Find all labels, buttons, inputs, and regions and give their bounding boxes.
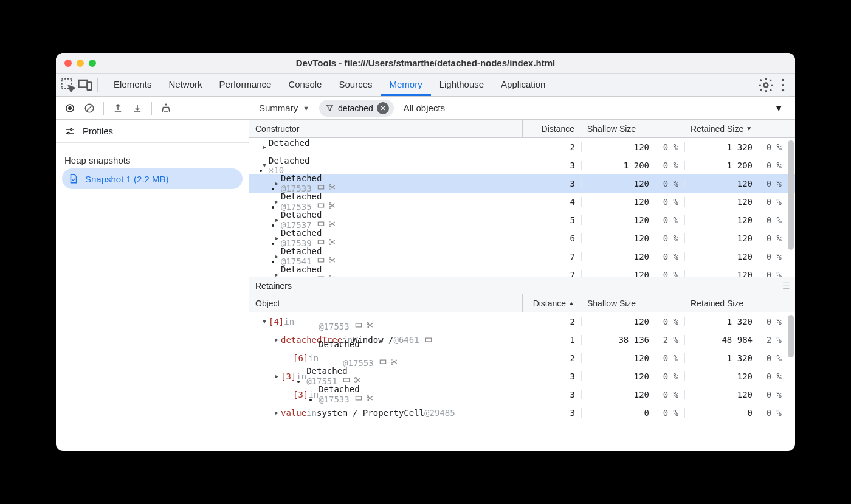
scrollbar-thumb[interactable] xyxy=(788,315,794,357)
more-icon[interactable] xyxy=(774,74,791,97)
col-constructor[interactable]: Constructor xyxy=(249,120,523,137)
node-action-icons[interactable] xyxy=(379,357,398,366)
tab-lighthouse[interactable]: Lighthouse xyxy=(431,74,492,96)
constructor-row[interactable]: ▶Detached @1753751200 %1200 % xyxy=(249,211,795,229)
drag-handle-icon[interactable]: ☰ xyxy=(782,281,789,291)
node-action-icons[interactable] xyxy=(317,238,336,246)
svg-point-25 xyxy=(329,258,331,260)
node-action-icons[interactable] xyxy=(317,183,336,192)
chevron-down-icon[interactable]: ▼ xyxy=(774,103,783,113)
svg-point-38 xyxy=(391,359,393,361)
node-action-icons[interactable] xyxy=(354,321,374,330)
svg-point-3 xyxy=(764,83,768,87)
tab-sources[interactable]: Sources xyxy=(330,74,381,96)
node-action-icons[interactable] xyxy=(317,256,336,264)
disclosure-icon[interactable]: ▶ xyxy=(260,143,269,150)
svg-rect-18 xyxy=(318,222,323,226)
retainer-row[interactable]: ▶[3] in Detached @1755131200 %1200 % xyxy=(249,367,795,385)
retainer-row[interactable]: [6] in Detached @1755321200 %1 3200 % xyxy=(249,349,795,367)
scope-dropdown[interactable]: All objects xyxy=(400,103,449,113)
clear-button[interactable] xyxy=(80,99,98,117)
window-titlebar: DevTools - file:///Users/stmarthe/detach… xyxy=(56,53,795,74)
svg-point-44 xyxy=(367,396,368,398)
svg-rect-1 xyxy=(79,80,88,87)
settings-icon[interactable] xyxy=(757,74,774,97)
export-button[interactable] xyxy=(109,99,127,117)
sort-asc-icon: ▲ xyxy=(568,300,574,306)
col-distance[interactable]: Distance xyxy=(523,120,581,137)
svg-point-28 xyxy=(329,276,331,277)
heap-snapshots-section: Heap snapshots xyxy=(56,143,249,166)
col-object[interactable]: Object xyxy=(249,294,523,312)
profiles-label: Profiles xyxy=(83,126,113,136)
constructor-row[interactable]: ▶Detached @1753961200 %1200 % xyxy=(249,229,795,247)
svg-point-34 xyxy=(367,323,368,325)
constructor-row[interactable]: ▶Detached @1753541200 %1200 % xyxy=(249,193,795,211)
constructors-grid: Constructor Distance Shallow Size Retain… xyxy=(249,120,795,277)
retainer-row[interactable]: [3] in Detached @1753331200 %1200 % xyxy=(249,385,795,404)
class-filter[interactable]: detached ✕ xyxy=(319,100,394,117)
tab-network[interactable]: Network xyxy=(160,74,211,96)
tab-performance[interactable]: Performance xyxy=(211,74,280,96)
snapshot-icon xyxy=(68,173,79,184)
retainer-row[interactable]: ▶value in system / PropertyCell @2948530… xyxy=(249,404,795,422)
tab-elements[interactable]: Elements xyxy=(105,74,160,96)
constructor-row[interactable]: ▶Detached @1753331200 %1200 % xyxy=(249,174,795,193)
svg-point-45 xyxy=(367,399,368,401)
view-dropdown-label: Summary xyxy=(259,103,298,113)
inspect-element-icon[interactable] xyxy=(60,74,77,97)
disclosure-icon[interactable]: ▶ xyxy=(272,409,281,416)
profiles-sidebar: Profiles Heap snapshots Snapshot 1 (2.2 … xyxy=(56,120,249,451)
retainers-label: Retainers xyxy=(255,281,292,291)
view-dropdown[interactable]: Summary ▼ xyxy=(255,103,313,113)
tab-console[interactable]: Console xyxy=(280,74,330,96)
node-action-icons[interactable] xyxy=(342,376,362,384)
constructors-header-row: Constructor Distance Shallow Size Retain… xyxy=(249,120,795,138)
constructor-row[interactable]: ▼Detached ×1031 2000 %1 2000 % xyxy=(249,156,795,174)
chevron-down-icon: ▼ xyxy=(303,105,309,112)
svg-rect-33 xyxy=(356,323,361,327)
svg-point-17 xyxy=(329,206,331,208)
col-retained-size[interactable]: Retained Size▼ xyxy=(684,120,795,137)
view-controls: Summary ▼ detached ✕ All objects ▼ xyxy=(249,97,795,119)
node-action-icons[interactable] xyxy=(317,274,336,277)
svg-point-23 xyxy=(329,243,331,244)
disclosure-icon[interactable]: ▼ xyxy=(260,318,269,325)
svg-point-19 xyxy=(329,221,331,223)
disclosure-icon[interactable]: ▶ xyxy=(272,373,281,379)
scrollbar-thumb[interactable] xyxy=(788,140,794,250)
svg-point-22 xyxy=(329,240,331,241)
constructor-row[interactable]: ▶Detached @1754171200 %1200 % xyxy=(249,247,795,266)
constructor-row[interactable]: ▶Detached @1754371200 %1200 % xyxy=(249,266,795,277)
col-retained-size[interactable]: Retained Size xyxy=(684,294,795,312)
node-action-icons[interactable] xyxy=(354,394,374,402)
clear-filter-button[interactable]: ✕ xyxy=(377,102,389,114)
import-button[interactable] xyxy=(128,99,146,117)
collect-garbage-button[interactable] xyxy=(157,99,175,117)
svg-point-8 xyxy=(68,106,72,110)
record-button[interactable] xyxy=(61,99,79,117)
svg-rect-43 xyxy=(356,396,361,400)
device-toolbar-icon[interactable] xyxy=(77,74,94,97)
col-shallow-size[interactable]: Shallow Size xyxy=(581,120,684,137)
col-distance[interactable]: Distance▲ xyxy=(523,294,581,312)
svg-point-5 xyxy=(782,83,784,86)
svg-point-11 xyxy=(67,132,69,134)
constructor-row[interactable]: ▶Detached 21200 %1 3200 % xyxy=(249,138,795,156)
svg-point-14 xyxy=(329,188,331,190)
profiles-header[interactable]: Profiles xyxy=(56,120,249,143)
retainers-header-row: Object Distance▲ Shallow Size Retained S… xyxy=(249,294,795,312)
sliders-icon xyxy=(64,126,75,137)
node-action-icons[interactable] xyxy=(317,201,336,210)
svg-rect-40 xyxy=(343,378,349,382)
svg-rect-37 xyxy=(380,360,385,364)
retainer-row[interactable]: ▼[4] in Detached @1755321200 %1 3200 % xyxy=(249,312,795,331)
snapshot-item[interactable]: Snapshot 1 (2.2 MB) xyxy=(62,168,243,189)
svg-point-13 xyxy=(329,185,331,187)
tab-memory[interactable]: Memory xyxy=(381,74,431,96)
separator xyxy=(97,78,98,92)
tab-application[interactable]: Application xyxy=(492,74,554,96)
node-action-icons[interactable] xyxy=(317,219,336,228)
panel-tabstrip: ElementsNetworkPerformanceConsoleSources… xyxy=(56,74,795,97)
col-shallow-size[interactable]: Shallow Size xyxy=(581,294,684,312)
